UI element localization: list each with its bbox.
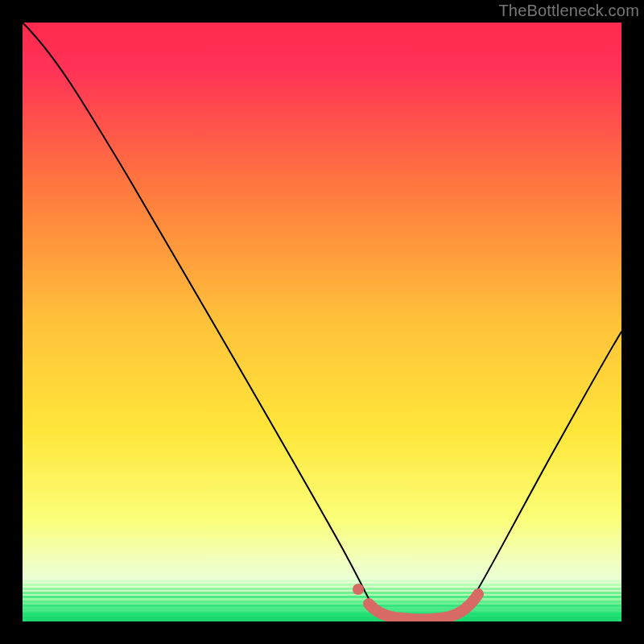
- highlighted-marker-dot: [353, 584, 364, 595]
- svg-rect-7: [23, 609, 621, 611]
- green-band-striations: [23, 580, 621, 621]
- svg-rect-5: [23, 601, 621, 603]
- gradient-background: [23, 23, 621, 621]
- svg-rect-8: [23, 613, 621, 616]
- chart-frame: TheBottleneck.com: [0, 0, 644, 644]
- svg-rect-0: [23, 580, 621, 582]
- bottleneck-chart-svg: [23, 23, 621, 621]
- svg-rect-6: [23, 605, 621, 607]
- svg-rect-4: [23, 596, 621, 598]
- svg-rect-2: [23, 588, 621, 590]
- plot-area: [23, 23, 621, 621]
- svg-rect-9: [23, 617, 621, 621]
- watermark-text: TheBottleneck.com: [498, 2, 639, 20]
- svg-rect-1: [23, 584, 621, 586]
- svg-rect-3: [23, 592, 621, 594]
